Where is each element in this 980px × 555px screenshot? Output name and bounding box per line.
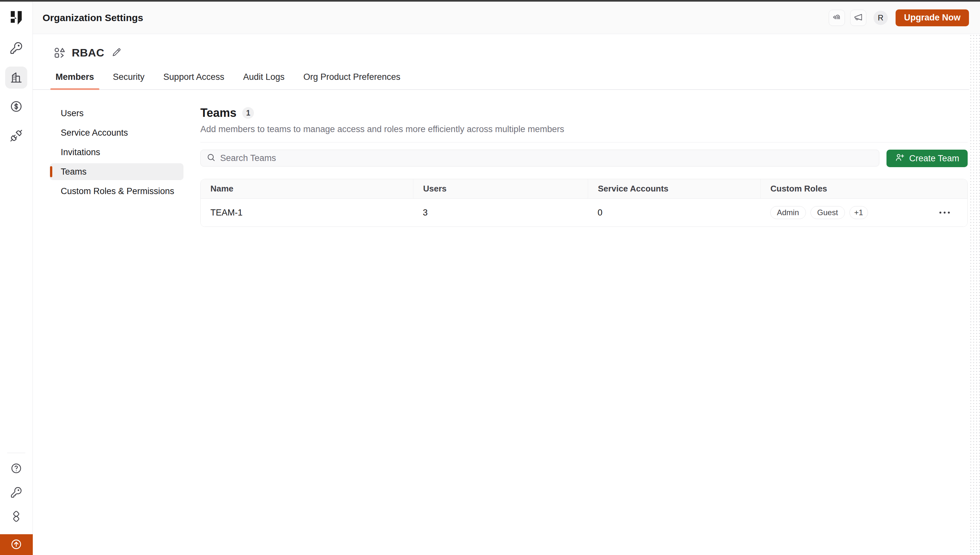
team-service-accounts-cell: 0 [588,208,760,218]
column-header-name: Name [201,179,413,198]
search-teams-box [200,150,879,167]
help-circle-icon [10,462,22,475]
megaphone-button[interactable] [850,10,866,26]
subnav-item-invitations[interactable]: Invitations [50,144,183,160]
team-name-cell: TEAM-1 [201,208,413,218]
subnav-item-teams[interactable]: Teams [50,163,183,180]
members-subnav: Users Service Accounts Invitations Teams… [50,105,183,227]
teams-table: Name Users Service Accounts Custom Roles… [200,179,968,227]
topbar: Organization Settings R Upgrade Now [33,2,980,34]
table-row[interactable]: TEAM-1 3 0 Admin Guest +1 [201,199,967,226]
subnav-item-service-accounts[interactable]: Service Accounts [50,124,183,141]
rail-item-organization[interactable] [5,67,27,88]
avatar[interactable]: R [874,11,888,25]
dollar-circle-icon [10,100,23,114]
subnav-item-users[interactable]: Users [50,105,183,122]
edit-pencil-icon [111,47,122,58]
stacked-diamonds-icon [10,510,22,523]
search-icon [207,153,215,163]
tab-audit-logs[interactable]: Audit Logs [243,72,285,89]
search-teams-input[interactable] [220,153,873,163]
tab-support-access[interactable]: Support Access [163,72,224,89]
page-title: Organization Settings [43,12,143,23]
teams-heading: Teams [200,106,236,120]
team-users-cell: 3 [413,208,588,218]
teams-panel: Teams 1 Add members to teams to manage a… [200,105,968,227]
role-pill: Guest [810,206,845,219]
row-actions-button[interactable] [936,209,953,217]
plug-icon [10,129,23,143]
tab-security[interactable]: Security [113,72,145,89]
ellipsis-icon [940,212,950,213]
create-team-label: Create Team [909,154,959,164]
circle-arrow-up-icon [10,538,22,552]
role-pill: Admin [770,206,806,219]
rail-upgrade-button[interactable] [0,534,33,555]
column-header-service-accounts: Service Accounts [588,179,760,198]
signal-arcs-button[interactable] [829,10,845,26]
key-icon [10,486,22,499]
unkey-logo[interactable] [10,11,22,25]
tab-bar: Members Security Support Access Audit Lo… [33,72,969,90]
user-plus-icon [895,152,904,165]
rail-item-keys-bottom[interactable] [7,484,25,502]
role-pill-more: +1 [850,206,868,219]
tab-org-product-preferences[interactable]: Org Product Preferences [303,72,400,89]
content-area: RBAC Members Security Support Access Aud… [33,34,980,555]
rail-item-brand[interactable] [7,508,25,526]
megaphone-icon [854,13,863,23]
teams-description: Add members to teams to manage access an… [200,124,968,143]
subnav-item-custom-roles[interactable]: Custom Roles & Permissions [50,183,183,200]
create-team-button[interactable]: Create Team [887,150,968,167]
rail-divider [7,453,25,453]
upgrade-now-button[interactable]: Upgrade Now [896,10,969,26]
edit-org-name-button[interactable] [111,47,122,58]
shapes-icon [54,47,66,59]
building-icon [10,71,23,85]
table-header: Name Users Service Accounts Custom Roles [201,179,967,199]
column-header-users: Users [413,179,588,198]
rail-item-integrations[interactable] [5,125,27,147]
rail-item-help[interactable] [7,460,25,478]
org-name: RBAC [72,47,104,59]
column-header-custom-roles: Custom Roles [760,179,967,198]
key-icon [10,42,23,56]
signal-arcs-icon [832,13,841,23]
rail-item-api-keys[interactable] [5,37,27,59]
rail-item-billing[interactable] [5,96,27,118]
icon-rail [0,2,33,555]
tab-members[interactable]: Members [56,72,94,89]
teams-count-badge: 1 [242,107,254,119]
